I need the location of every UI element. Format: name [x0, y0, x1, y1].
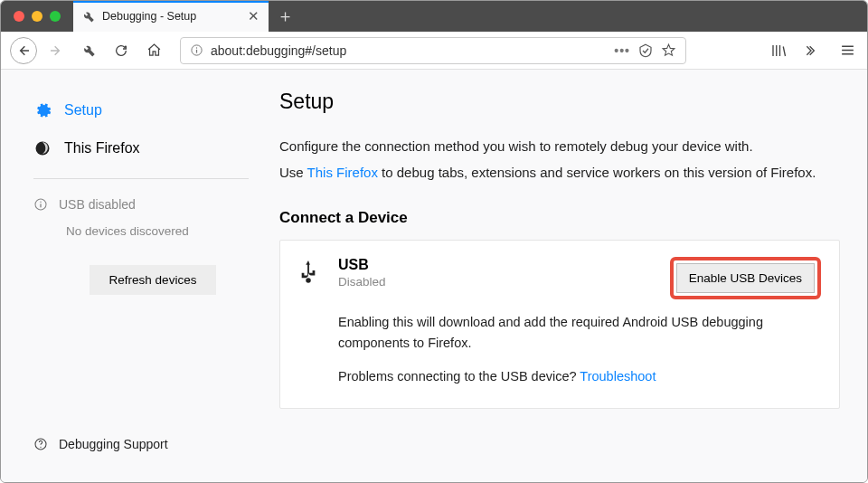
usb-description: Enabling this will download and add the …: [338, 312, 821, 354]
sidebar-item-label: Setup: [64, 102, 102, 118]
page-title: Setup: [279, 90, 840, 114]
sidebar-item-setup[interactable]: Setup: [33, 91, 249, 129]
usb-status-text: USB disabled: [59, 197, 136, 212]
gear-icon: [33, 101, 52, 119]
sidebar-item-this-firefox[interactable]: This Firefox: [33, 129, 249, 167]
forward-button[interactable]: [42, 37, 70, 64]
wrench-icon: [82, 10, 95, 23]
overflow-icon[interactable]: [798, 40, 820, 62]
sidebar-item-support[interactable]: Debugging Support: [33, 437, 249, 468]
usb-status: Disabled: [338, 275, 386, 289]
page-actions-icon[interactable]: •••: [614, 43, 630, 58]
intro-paragraph: Configure the connection method you wish…: [279, 134, 840, 185]
help-icon: [33, 437, 48, 451]
this-firefox-link[interactable]: This Firefox: [307, 165, 378, 180]
enable-usb-button[interactable]: Enable USB Devices: [676, 263, 815, 293]
info-icon: [33, 197, 48, 212]
sidebar-item-label: This Firefox: [64, 140, 140, 156]
url-text: about:debugging#/setup: [211, 43, 346, 58]
close-tab-icon[interactable]: ✕: [248, 8, 259, 24]
window-controls: [1, 11, 73, 22]
connect-heading: Connect a Device: [279, 209, 840, 227]
page-content: Setup This Firefox USB disabled No devic…: [1, 70, 867, 482]
reload-button[interactable]: [108, 37, 135, 64]
address-bar[interactable]: about:debugging#/setup •••: [180, 37, 686, 64]
svg-rect-6: [40, 204, 41, 207]
divider: [33, 178, 249, 179]
usb-card: USB Disabled Enable USB Devices Enabling…: [279, 240, 840, 409]
tab-title: Debugging - Setup: [102, 10, 196, 23]
troubleshoot-link[interactable]: Troubleshoot: [580, 369, 656, 384]
support-label: Debugging Support: [59, 437, 168, 451]
svg-point-8: [40, 447, 41, 448]
window-titlebar: Debugging - Setup ✕ ＋: [1, 1, 867, 32]
usb-status-row: USB disabled: [33, 197, 249, 212]
svg-point-5: [40, 202, 41, 203]
svg-point-1: [196, 47, 197, 48]
bookmark-star-icon[interactable]: [661, 43, 676, 58]
browser-tab[interactable]: Debugging - Setup ✕: [73, 1, 269, 32]
usb-label: USB: [338, 257, 386, 273]
main-panel: Setup Configure the connection method yo…: [261, 70, 867, 482]
no-devices-text: No devices discovered: [33, 224, 249, 238]
sidebar: Setup This Firefox USB disabled No devic…: [1, 70, 261, 482]
library-icon[interactable]: [768, 40, 789, 62]
highlight-annotation: Enable USB Devices: [670, 257, 821, 299]
usb-icon: [298, 257, 322, 284]
home-button[interactable]: [140, 37, 167, 64]
back-button[interactable]: [10, 37, 37, 64]
svg-point-9: [306, 278, 311, 283]
close-window-icon[interactable]: [14, 11, 24, 22]
minimize-window-icon[interactable]: [32, 11, 42, 22]
reader-mode-icon[interactable]: [637, 43, 654, 59]
firefox-icon: [33, 139, 52, 157]
developer-tools-icon[interactable]: [75, 37, 102, 64]
info-icon[interactable]: [190, 43, 203, 57]
menu-icon[interactable]: [836, 40, 858, 62]
svg-rect-2: [196, 50, 197, 53]
trouble-text: Problems connecting to the USB device?: [338, 369, 580, 384]
refresh-devices-button[interactable]: Refresh devices: [90, 265, 217, 295]
new-tab-button[interactable]: ＋: [272, 4, 297, 29]
browser-toolbar: about:debugging#/setup •••: [1, 32, 867, 70]
zoom-window-icon[interactable]: [50, 11, 61, 22]
